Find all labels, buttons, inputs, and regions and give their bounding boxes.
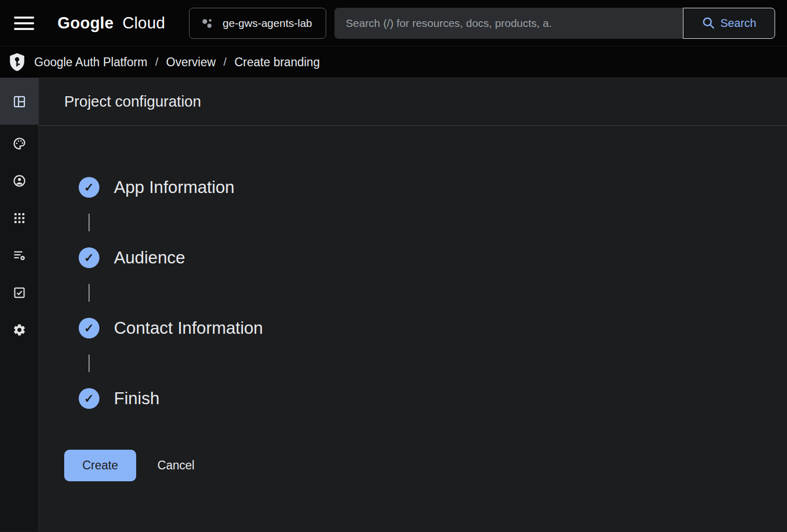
step-finish: ✓ Finish [79, 388, 787, 409]
logo-google-text: Google [57, 14, 114, 32]
step-complete-check-icon: ✓ [79, 247, 99, 268]
check-icon: ✓ [84, 321, 94, 335]
person-icon [12, 174, 26, 188]
step-contact-information: ✓ Contact Information [79, 318, 787, 338]
search-button-label: Search [720, 17, 756, 30]
top-header: Google Cloud ge-gws-agents-lab Search [0, 0, 787, 47]
breadcrumb-separator: / [155, 55, 158, 69]
step-label: Contact Information [114, 318, 263, 338]
step-app-information: ✓ App Information [79, 177, 787, 198]
sidebar-item-overview[interactable] [0, 78, 38, 125]
sidebar-item-data-access[interactable] [0, 237, 38, 274]
sidebar-item-settings[interactable] [0, 311, 38, 348]
create-button[interactable]: Create [64, 450, 136, 481]
apps-grid-icon [12, 211, 26, 225]
step-connector [89, 354, 90, 372]
google-cloud-logo: Google Cloud [57, 14, 165, 33]
configuration-stepper: ✓ App Information ✓ Audience ✓ Contact I… [39, 126, 787, 409]
sidebar-item-audience[interactable] [0, 162, 38, 199]
sidebar-item-clients[interactable] [0, 199, 38, 237]
search-button[interactable]: Search [683, 8, 775, 39]
checkbox-icon [12, 286, 26, 300]
sidebar-item-verification[interactable] [0, 274, 38, 311]
step-connector [89, 284, 90, 302]
breadcrumb-item-create-branding: Create branding [235, 55, 320, 69]
auth-platform-shield-key-icon [7, 52, 27, 72]
project-selector[interactable]: ge-gws-agents-lab [189, 8, 326, 39]
check-icon: ✓ [84, 251, 94, 265]
dashboard-icon [12, 95, 26, 109]
left-nav-sidebar [0, 78, 39, 531]
main-content: Project configuration ✓ App Information … [39, 78, 787, 531]
breadcrumb-item-overview[interactable]: Overview [166, 55, 216, 69]
hamburger-menu-icon[interactable] [14, 14, 37, 32]
check-icon: ✓ [84, 181, 94, 195]
form-actions: Create Cancel [64, 450, 787, 481]
sidebar-item-branding[interactable] [0, 125, 38, 162]
search-bar: Search [334, 8, 775, 39]
project-selector-label: ge-gws-agents-lab [223, 17, 312, 29]
step-label: Audience [114, 248, 185, 268]
step-complete-check-icon: ✓ [79, 177, 99, 198]
breadcrumb-separator: / [224, 55, 227, 69]
logo-cloud-text: Cloud [123, 14, 166, 32]
breadcrumb: Google Auth Platform / Overview / Create… [0, 47, 787, 78]
search-input[interactable] [334, 8, 683, 39]
step-label: App Information [114, 178, 235, 197]
step-connector [89, 214, 90, 231]
step-complete-check-icon: ✓ [79, 388, 99, 409]
search-icon [702, 16, 716, 30]
gear-icon [12, 323, 26, 337]
project-hexagons-icon [201, 17, 214, 30]
check-icon: ✓ [84, 392, 94, 406]
cancel-button[interactable]: Cancel [157, 459, 195, 472]
content-header: Project configuration [39, 78, 787, 126]
page-title: Project configuration [64, 93, 201, 110]
step-complete-check-icon: ✓ [79, 318, 99, 338]
list-gear-icon [12, 248, 26, 262]
breadcrumb-item-auth-platform[interactable]: Google Auth Platform [34, 55, 148, 69]
step-audience: ✓ Audience [79, 247, 787, 268]
palette-icon [12, 137, 26, 151]
step-label: Finish [114, 389, 159, 408]
